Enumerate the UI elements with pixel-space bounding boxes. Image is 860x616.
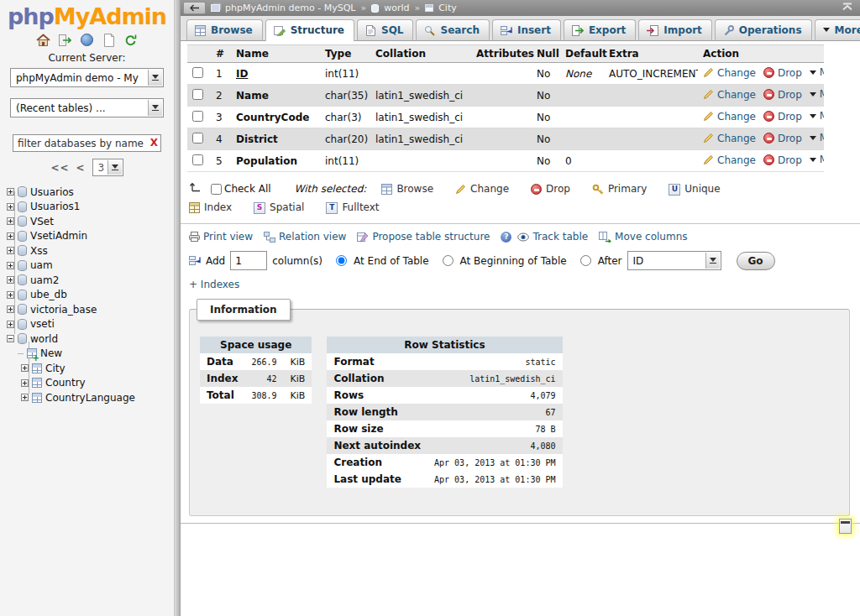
page-fast-back-link[interactable]: << xyxy=(50,162,69,174)
help-icon[interactable] xyxy=(501,232,511,243)
relation-view-link[interactable]: Relation view xyxy=(264,231,346,243)
drop-link[interactable]: Drop xyxy=(763,154,802,166)
breadcrumb-table[interactable]: City xyxy=(438,3,457,13)
selected-unique-button[interactable]: UUnique xyxy=(669,180,720,198)
selected-browse-button[interactable]: Browse xyxy=(381,180,433,198)
selected-index-button[interactable]: Index xyxy=(189,199,232,217)
breadcrumb-database[interactable]: world xyxy=(384,3,409,13)
open-new-window-icon[interactable] xyxy=(839,519,852,534)
col-extra[interactable]: Extra xyxy=(604,45,698,63)
track-table-link[interactable]: Track table xyxy=(517,231,588,243)
expand-icon[interactable] xyxy=(21,394,29,401)
breadcrumb-server[interactable]: phpMyAdmin demo - MySQL xyxy=(225,3,355,13)
expand-icon[interactable] xyxy=(21,379,29,387)
at-end-radio[interactable] xyxy=(336,255,347,266)
panel-resizer[interactable] xyxy=(174,0,181,616)
check-all-label[interactable]: Check All xyxy=(224,180,271,198)
after-radio[interactable] xyxy=(580,255,591,266)
sidebar-table-city[interactable]: City xyxy=(7,361,174,376)
scroll-top-icon[interactable] xyxy=(842,3,853,13)
drop-link[interactable]: Drop xyxy=(763,111,802,123)
expand-icon[interactable] xyxy=(7,262,14,269)
sidebar-db-vseti[interactable]: vseti xyxy=(7,317,174,332)
col-null[interactable]: Null xyxy=(532,45,560,63)
row-checkbox[interactable] xyxy=(192,89,203,100)
selected-drop-button[interactable]: Drop xyxy=(531,180,570,198)
expand-icon[interactable] xyxy=(7,247,14,254)
logout-icon[interactable] xyxy=(58,33,72,47)
tab-sql[interactable]: SQL xyxy=(357,19,414,40)
sidebar-db-uam[interactable]: uam xyxy=(7,258,174,274)
sidebar-db-victoria-base[interactable]: victoria_base xyxy=(7,302,174,317)
tab-more[interactable]: More xyxy=(815,19,860,40)
col-default[interactable]: Default xyxy=(560,45,604,63)
change-link[interactable]: Change xyxy=(703,133,756,144)
expand-icon[interactable] xyxy=(7,217,14,225)
col-collation[interactable]: Collation xyxy=(370,45,471,63)
more-link[interactable]: More xyxy=(810,66,824,78)
sidebar-db-world[interactable]: world xyxy=(7,331,174,347)
clear-filter-icon[interactable]: X xyxy=(150,137,158,149)
tab-export[interactable]: Export xyxy=(564,19,636,40)
change-link[interactable]: Change xyxy=(703,111,756,123)
sidebar-db-vsetiadmin[interactable]: VsetiAdmin xyxy=(7,229,174,244)
sidebar-db-xss[interactable]: Xss xyxy=(7,243,174,258)
tab-import[interactable]: Import xyxy=(638,19,711,40)
drop-link[interactable]: Drop xyxy=(763,67,802,79)
change-link[interactable]: Change xyxy=(703,89,756,101)
expand-icon[interactable] xyxy=(7,305,14,313)
selected-spatial-button[interactable]: SSpatial xyxy=(254,199,304,217)
phpmyadmin-logo[interactable]: phpMyAdmin xyxy=(0,3,174,31)
tab-structure[interactable]: Structure xyxy=(265,19,354,41)
drop-link[interactable]: Drop xyxy=(763,89,802,101)
row-checkbox[interactable] xyxy=(192,133,203,144)
selected-change-button[interactable]: Change xyxy=(455,180,509,198)
expand-icon[interactable] xyxy=(21,364,29,372)
collapse-icon[interactable] xyxy=(7,335,14,342)
propose-table-structure-link[interactable]: Propose table structure xyxy=(357,231,490,243)
drop-link[interactable]: Drop xyxy=(763,133,802,144)
sidebar-db-uam2[interactable]: uam2 xyxy=(7,273,174,288)
tab-browse[interactable]: Browse xyxy=(186,19,263,40)
at-end-label[interactable]: At End of Table xyxy=(354,255,429,267)
expand-icon[interactable] xyxy=(7,188,14,196)
page-select[interactable]: 3 xyxy=(92,159,123,176)
after-label[interactable]: After xyxy=(598,255,622,267)
sidebar-db-usuarios1[interactable]: Usuarios1 xyxy=(7,200,174,215)
row-checkbox[interactable] xyxy=(192,154,203,165)
reload-icon[interactable] xyxy=(123,33,138,47)
row-checkbox[interactable] xyxy=(192,111,203,122)
server-select[interactable]: phpMyAdmin demo - My xyxy=(10,68,164,87)
col-attributes[interactable]: Attributes xyxy=(471,45,532,63)
more-link[interactable]: More xyxy=(810,110,824,122)
at-beginning-radio[interactable] xyxy=(443,255,454,266)
page-back-link[interactable]: < xyxy=(76,162,86,174)
expand-icon[interactable] xyxy=(7,232,14,240)
sidebar-db-vset[interactable]: VSet xyxy=(7,214,174,229)
sidebar-db-ube-db[interactable]: ube_db xyxy=(7,288,174,303)
sidebar-table-country[interactable]: Country xyxy=(7,376,174,391)
selected-primary-button[interactable]: Primary xyxy=(592,180,647,198)
col-name[interactable]: Name xyxy=(231,45,320,63)
expand-icon[interactable] xyxy=(7,291,14,299)
change-link[interactable]: Change xyxy=(703,154,756,166)
row-checkbox[interactable] xyxy=(192,67,203,78)
expand-icon[interactable] xyxy=(7,321,14,328)
docs-icon[interactable] xyxy=(80,33,94,47)
sidebar-db-usuarios[interactable]: Usuarios xyxy=(7,185,174,200)
more-link[interactable]: More xyxy=(810,88,824,100)
expand-icon[interactable] xyxy=(7,276,14,284)
go-button[interactable]: Go xyxy=(737,252,775,270)
selected-fulltext-button[interactable]: TFulltext xyxy=(326,199,379,217)
column-count-input[interactable] xyxy=(230,251,267,270)
expand-icon[interactable] xyxy=(7,203,14,211)
back-button[interactable] xyxy=(183,2,206,14)
mysql-docs-icon[interactable] xyxy=(102,33,116,47)
more-link[interactable]: More xyxy=(810,132,824,144)
col-type[interactable]: Type xyxy=(320,45,370,63)
sidebar-table-new[interactable]: New xyxy=(7,347,174,362)
more-link[interactable]: More xyxy=(810,154,824,165)
check-all-checkbox[interactable] xyxy=(211,184,222,195)
at-beginning-label[interactable]: At Beginning of Table xyxy=(460,255,567,267)
tab-operations[interactable]: Operations xyxy=(715,19,812,40)
